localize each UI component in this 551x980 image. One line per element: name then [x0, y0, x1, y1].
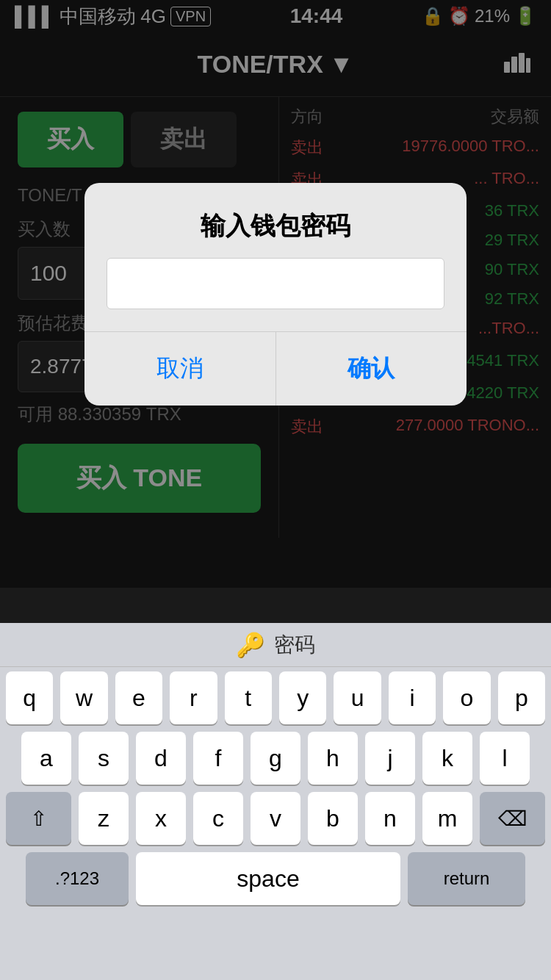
- key-i[interactable]: i: [389, 671, 436, 724]
- key-l[interactable]: l: [480, 732, 530, 785]
- cancel-button[interactable]: 取消: [84, 332, 276, 406]
- key-row-2: a s d f g h j k l: [6, 732, 545, 785]
- key-x[interactable]: x: [136, 792, 186, 845]
- key-m[interactable]: m: [422, 792, 472, 845]
- special-key[interactable]: .?123: [26, 852, 129, 905]
- keyboard-hint: 🔑 密码: [0, 623, 551, 667]
- key-g[interactable]: g: [251, 732, 300, 785]
- key-v[interactable]: v: [251, 792, 300, 845]
- key-w[interactable]: w: [60, 671, 107, 724]
- key-h[interactable]: h: [308, 732, 358, 785]
- key-p[interactable]: p: [498, 671, 545, 724]
- return-key[interactable]: return: [408, 852, 525, 905]
- key-f[interactable]: f: [193, 732, 243, 785]
- key-b[interactable]: b: [308, 792, 358, 845]
- key-u[interactable]: u: [334, 671, 381, 724]
- shift-key[interactable]: ⇧: [6, 792, 71, 845]
- key-q[interactable]: q: [6, 671, 53, 724]
- key-z[interactable]: z: [79, 792, 129, 845]
- key-y[interactable]: y: [279, 671, 326, 724]
- key-row-3: ⇧ z x c v b n m ⌫: [6, 792, 545, 845]
- modal-input-wrap: [84, 258, 467, 331]
- key-e[interactable]: e: [115, 671, 162, 724]
- backspace-key[interactable]: ⌫: [480, 792, 545, 845]
- keyboard-hint-label: 密码: [274, 631, 315, 659]
- modal-overlay: 输入钱包密码 取消 确认: [0, 0, 551, 588]
- key-row-4: .?123 space return: [6, 852, 545, 905]
- key-t[interactable]: t: [225, 671, 272, 724]
- modal-title: 输入钱包密码: [84, 183, 467, 258]
- key-j[interactable]: j: [365, 732, 415, 785]
- password-input[interactable]: [107, 258, 444, 309]
- key-d[interactable]: d: [136, 732, 186, 785]
- key-o[interactable]: o: [443, 671, 490, 724]
- key-n[interactable]: n: [365, 792, 415, 845]
- key-c[interactable]: c: [193, 792, 243, 845]
- key-k[interactable]: k: [422, 732, 472, 785]
- keyboard-area: 🔑 密码 q w e r t y u i o p a s d f g h j k…: [0, 623, 551, 980]
- key-r[interactable]: r: [170, 671, 217, 724]
- keyboard-rows: q w e r t y u i o p a s d f g h j k l ⇧ …: [0, 667, 551, 905]
- password-modal: 输入钱包密码 取消 确认: [84, 183, 467, 406]
- key-s[interactable]: s: [79, 732, 129, 785]
- confirm-button[interactable]: 确认: [276, 332, 467, 406]
- key-a[interactable]: a: [21, 732, 71, 785]
- space-key[interactable]: space: [136, 852, 400, 905]
- key-row-1: q w e r t y u i o p: [6, 671, 545, 724]
- modal-buttons: 取消 确认: [84, 331, 467, 406]
- key-icon: 🔑: [236, 631, 265, 659]
